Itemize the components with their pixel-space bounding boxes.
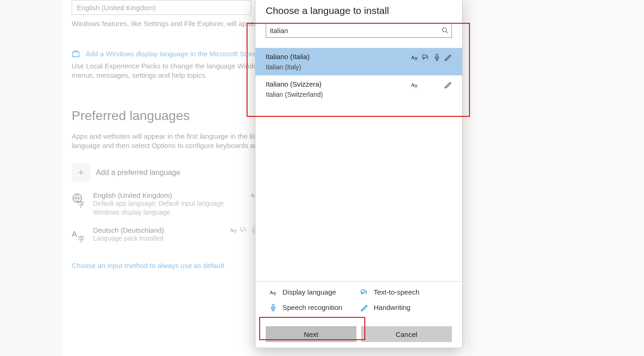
language-result-switzerland[interactable]: Italiano (Svizzera) Italian (Switzerland…: [255, 75, 462, 103]
handwriting-icon: [444, 54, 452, 61]
language-results-list: Italiano (Italia) Italian (Italy) Italia…: [255, 48, 462, 103]
legend-label: Handwriting: [374, 303, 410, 311]
feature-legend: Display language Text-to-speech Speech r…: [255, 281, 462, 315]
cancel-button[interactable]: Cancel: [361, 326, 452, 342]
legend-handwriting: Handwriting: [361, 303, 452, 311]
handwriting-icon: [444, 81, 452, 88]
speech-icon: [433, 54, 441, 61]
speech-icon: [269, 304, 277, 311]
display-icon: [411, 54, 418, 61]
legend-speech: Speech recognition: [269, 303, 361, 311]
next-button[interactable]: Next: [266, 326, 356, 342]
display-icon: [411, 81, 418, 88]
search-icon: [442, 27, 448, 34]
tts-icon: [361, 289, 368, 296]
choose-language-dialog: Choose a language to install Italiano (I…: [255, 0, 463, 348]
legend-tts: Text-to-speech: [361, 288, 452, 296]
legend-display: Display language: [269, 288, 361, 296]
result-english: Italian (Switzerland): [266, 91, 452, 98]
tts-icon: [422, 54, 429, 61]
display-icon: [269, 289, 277, 296]
handwriting-icon: [361, 304, 368, 311]
legend-label: Text-to-speech: [374, 288, 419, 296]
legend-label: Display language: [282, 288, 336, 296]
language-search-input[interactable]: [266, 23, 452, 38]
result-english: Italian (Italy): [266, 63, 452, 71]
legend-label: Speech recognition: [282, 303, 342, 311]
dialog-title: Choose a language to install: [255, 0, 462, 23]
language-result-italy[interactable]: Italiano (Italia) Italian (Italy): [255, 48, 462, 75]
